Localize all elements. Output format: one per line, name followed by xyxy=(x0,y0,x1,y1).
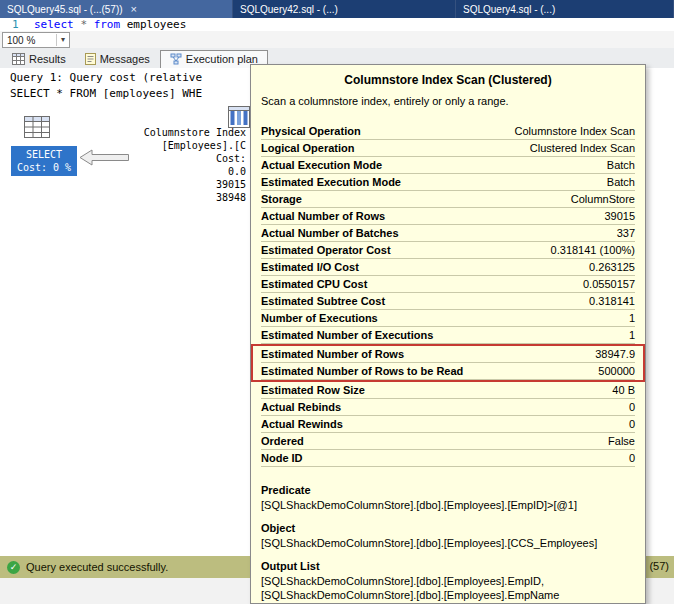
columnstore-node-caption[interactable]: Columnstore Index [Employees].[C Cost: 0… xyxy=(126,126,246,204)
tooltip-title: Columnstore Index Scan (Clustered) xyxy=(261,73,635,87)
sql-keyword: select xyxy=(34,18,74,31)
red-annotation-box: Estimated Number of Rows38947.9 Estimate… xyxy=(251,344,645,382)
tooltip-output-list-section: Output List [SQLShackDemoColumnStore].[d… xyxy=(261,558,635,602)
plan-query-cost-line: Query 1: Query cost (relative xyxy=(10,71,202,84)
output-list-value: [SQLShackDemoColumnStore].[dbo].[Employe… xyxy=(261,574,635,602)
select-node-cost: Cost: 0 % xyxy=(11,161,77,174)
predicate-value: [SQLShackDemoColumnStore].[dbo].[Employe… xyxy=(261,498,635,512)
plan-query-text-line: SELECT * FROM [employees] WHE xyxy=(10,87,202,100)
doc-tab-label: SQLQuery4.sql - (...) xyxy=(463,4,555,15)
select-operator-icon[interactable] xyxy=(24,116,50,138)
tab-messages[interactable]: Messages xyxy=(76,51,159,68)
tooltip-object-section: Object [SQLShackDemoColumnStore].[dbo].[… xyxy=(261,520,635,550)
tooltip-row-estimated-rows: Estimated Number of Rows38947.9 xyxy=(261,346,635,363)
close-icon[interactable]: × xyxy=(131,4,137,14)
tooltip-row: Estimated Operator Cost0.318141 (100%) xyxy=(261,242,635,259)
tooltip-row: Number of Executions1 xyxy=(261,310,635,327)
columnstore-caption-line: 39015 xyxy=(126,178,246,191)
predicate-label: Predicate xyxy=(261,482,635,498)
select-node-label[interactable]: SELECT Cost: 0 % xyxy=(11,146,77,176)
tooltip-row: Actual Execution ModeBatch xyxy=(261,157,635,174)
tooltip-predicate-section: Predicate [SQLShackDemoColumnStore].[dbo… xyxy=(261,482,635,512)
success-check-icon: ✓ xyxy=(7,561,20,574)
columnstore-index-scan-icon[interactable] xyxy=(228,106,250,128)
columnstore-caption-line: 0.0 xyxy=(126,165,246,178)
sql-code-text: select * from employees xyxy=(34,18,186,31)
output-list-label: Output List xyxy=(261,558,635,574)
tab-label: Execution plan xyxy=(186,53,258,65)
tooltip-row: Actual Rewinds0 xyxy=(261,416,635,433)
tooltip-row: Actual Number of Batches337 xyxy=(261,225,635,242)
tooltip-row: Estimated Subtree Cost0.318141 xyxy=(261,293,635,310)
doc-tab-sqlquery4[interactable]: SQLQuery4.sql - (...) xyxy=(456,0,674,18)
execution-plan-icon xyxy=(170,53,182,65)
chevron-down-icon: ▾ xyxy=(56,34,69,46)
doc-tab-sqlquery45[interactable]: SQLQuery45.sql - (...(57)) × xyxy=(0,0,233,18)
status-message: Query executed successfully. xyxy=(26,561,168,573)
tooltip-row: OrderedFalse xyxy=(261,433,635,450)
columnstore-caption-line: [Employees].[C xyxy=(126,139,246,152)
tab-label: Results xyxy=(29,53,66,65)
tab-label: Messages xyxy=(100,53,150,65)
zoom-level-dropdown[interactable]: 100 % ▾ xyxy=(2,32,70,48)
tooltip-row: Estimated I/O Cost0.263125 xyxy=(261,259,635,276)
object-label: Object xyxy=(261,520,635,536)
tooltip-row-estimated-rows-to-read: Estimated Number of Rows to be Read50000… xyxy=(261,363,635,380)
tooltip-row: Estimated Execution ModeBatch xyxy=(261,174,635,191)
doc-tab-sqlquery42[interactable]: SQLQuery42.sql - (...) xyxy=(233,0,456,18)
editor-scroll-row: 100 % ▾ xyxy=(0,31,674,49)
doc-tab-label: SQLQuery45.sql - (...(57)) xyxy=(7,4,123,15)
tooltip-row: Logical OperationClustered Index Scan xyxy=(261,140,635,157)
plan-arrow xyxy=(79,149,129,166)
code-editor-line[interactable]: 1 select * from employees xyxy=(0,18,674,31)
tooltip-row: Estimated Row Size40 B xyxy=(261,382,635,399)
operator-tooltip: Columnstore Index Scan (Clustered) Scan … xyxy=(250,64,646,604)
tab-results[interactable]: Results xyxy=(3,51,75,68)
tooltip-row: StorageColumnStore xyxy=(261,191,635,208)
tooltip-row: Physical OperationColumnstore Index Scan xyxy=(261,123,635,140)
tooltip-row: Estimated Number of Executions1 xyxy=(261,327,635,344)
tooltip-row: Estimated CPU Cost0.0550157 xyxy=(261,276,635,293)
columnstore-caption-line: Columnstore Index xyxy=(126,126,246,139)
tooltip-row: Node ID0 xyxy=(261,450,635,467)
messages-note-icon xyxy=(85,53,96,65)
tooltip-row: Actual Rebinds0 xyxy=(261,399,635,416)
doc-tab-label: SQLQuery42.sql - (...) xyxy=(240,4,338,15)
line-number: 1 xyxy=(12,18,19,31)
columnstore-caption-line: 38948 xyxy=(126,191,246,204)
sql-keyword: from xyxy=(94,18,121,31)
status-connection-info: (57) xyxy=(649,560,669,572)
results-grid-icon xyxy=(12,53,25,65)
sql-operator: * xyxy=(80,18,87,31)
tooltip-row: Actual Number of Rows39015 xyxy=(261,208,635,225)
tooltip-description: Scan a columnstore index, entirely or on… xyxy=(261,95,635,108)
document-tab-strip: SQLQuery45.sql - (...(57)) × SQLQuery42.… xyxy=(0,0,674,18)
columnstore-caption-line: Cost: xyxy=(126,152,246,165)
zoom-level-value: 100 % xyxy=(3,35,56,46)
object-value: [SQLShackDemoColumnStore].[dbo].[Employe… xyxy=(261,536,635,550)
select-node-name: SELECT xyxy=(11,148,77,161)
sql-table-name: employees xyxy=(127,18,187,31)
